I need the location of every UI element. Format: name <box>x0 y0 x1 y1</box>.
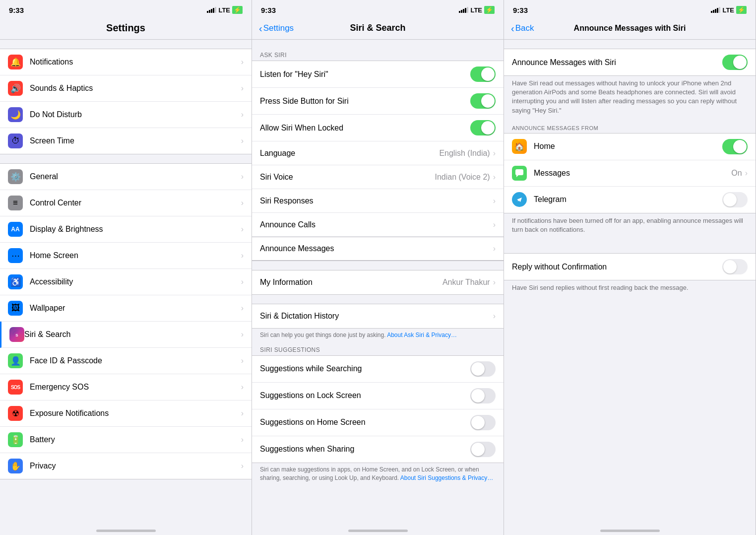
list-item[interactable]: 🖼 Wallpaper › <box>0 295 252 322</box>
bottom-gap-2 <box>252 486 504 504</box>
heysiri-toggle[interactable] <box>470 67 496 82</box>
list-item[interactable]: Suggestions on Lock Screen <box>252 383 504 409</box>
status-bar-2: 9:33 LTE ⚡ <box>252 0 504 18</box>
suggestions-sharing-toggle[interactable] <box>470 442 496 457</box>
sirivoice-label: Siri Voice <box>260 173 435 182</box>
list-item[interactable]: ☢ Exposure Notifications › <box>0 401 252 427</box>
announce-messages-main-label: Announce Messages with Siri <box>512 58 722 67</box>
list-item[interactable]: Suggestions while Searching <box>252 356 504 383</box>
homescreen-icon: ⋯ <box>8 248 23 263</box>
list-item[interactable]: Suggestions on Home Screen <box>252 409 504 436</box>
home-bar-2 <box>348 530 408 532</box>
list-item[interactable]: Language English (India) › <box>252 141 504 165</box>
list-item[interactable]: AA Display & Brightness › <box>0 216 252 243</box>
status-bar-1: 9:33 LTE ⚡ <box>0 0 252 18</box>
suggestions-lockscreen-label: Suggestions on Lock Screen <box>260 391 470 400</box>
about-siri-link[interactable]: About Ask Siri & Privacy… <box>387 332 457 338</box>
sirisearch-row[interactable]: S Siri & Search › <box>0 322 252 348</box>
bottom-gap-3 <box>504 297 756 315</box>
siri-icon: S <box>9 327 24 342</box>
privacy-label: Privacy <box>30 462 240 470</box>
list-item[interactable]: Messages On › <box>504 160 756 187</box>
language-label: Language <box>260 149 439 158</box>
home-toggle[interactable] <box>722 139 748 154</box>
signal-bars-3 <box>711 7 720 13</box>
list-item[interactable]: SOS Emergency SOS › <box>0 374 252 401</box>
list-item[interactable]: My Information Ankur Thakur › <box>252 270 504 294</box>
list-item[interactable]: Siri Voice Indian (Voice 2) › <box>252 165 504 189</box>
list-item[interactable]: Press Side Button for Siri <box>252 88 504 115</box>
back-label-2[interactable]: Settings <box>263 23 294 33</box>
gap-mid1-2 <box>252 261 504 270</box>
list-item[interactable]: 👤 Face ID & Passcode › <box>0 348 252 374</box>
settings-list-3[interactable]: Announce Messages with Siri Have Siri re… <box>504 40 756 520</box>
list-item[interactable]: ⏱ Screen Time › <box>0 128 252 154</box>
list-item[interactable]: Listen for "Hey Siri" <box>252 61 504 88</box>
chevron-icon: › <box>493 244 496 253</box>
home-app-label: Home <box>534 142 722 151</box>
list-item[interactable]: 🔋 Battery › <box>0 427 252 453</box>
announce-messages-main-row[interactable]: Announce Messages with Siri <box>504 49 756 75</box>
bar3 <box>463 9 464 13</box>
bottom-gap-1 <box>0 479 252 497</box>
sounds-icon: 🔊 <box>8 81 23 96</box>
whenlocked-toggle[interactable] <box>470 120 496 135</box>
list-item[interactable]: 🔔 Notifications › <box>0 49 252 75</box>
about-suggestions-link[interactable]: About Siri Suggestions & Privacy… <box>400 474 493 481</box>
reply-without-confirmation-toggle[interactable] <box>722 259 748 274</box>
bar1 <box>459 11 460 13</box>
bar1 <box>711 11 712 13</box>
list-item[interactable]: ✋ Privacy › <box>0 453 252 479</box>
list-item[interactable]: ⋯ Home Screen › <box>0 243 252 269</box>
announce-messages-panel: 9:33 LTE ⚡ ‹ Back Announce Messages with… <box>504 0 756 535</box>
list-item[interactable]: Allow Siri When Locked <box>252 115 504 141</box>
settings-panel: 9:33 LTE ⚡ Settings 🔔 Notifications <box>0 0 252 535</box>
list-item[interactable]: 🏠 Home <box>504 134 756 160</box>
messages-app-icon <box>512 166 527 181</box>
list-item[interactable]: ≡ Control Center › <box>0 190 252 216</box>
list-item[interactable]: Announce Calls › <box>252 213 504 237</box>
battery-icon-3: ⚡ <box>736 6 747 14</box>
gap-2 <box>0 154 252 163</box>
sounds-label: Sounds & Haptics <box>30 84 240 93</box>
notify-note: If notifications have been turned off fo… <box>504 213 756 239</box>
page-title-1: Settings <box>106 22 145 34</box>
lte-label-3: LTE <box>722 6 734 14</box>
list-item[interactable]: 🔊 Sounds & Haptics › <box>0 75 252 102</box>
chevron-icon: › <box>745 169 748 178</box>
reply-without-confirmation-label: Reply without Confirmation <box>512 263 722 271</box>
gap-mid2-2 <box>252 295 504 304</box>
wallpaper-label: Wallpaper <box>30 304 240 313</box>
chevron-icon: › <box>241 84 244 93</box>
announce-description: Have Siri read out messages without havi… <box>504 76 756 120</box>
suggestions-searching-label: Suggestions while Searching <box>260 364 470 373</box>
battery-label: Battery <box>30 435 240 444</box>
settings-list-1[interactable]: 🔔 Notifications › 🔊 Sounds & Haptics › 🌙… <box>0 40 252 520</box>
suggestions-lockscreen-toggle[interactable] <box>470 388 496 403</box>
gap-1 <box>0 40 252 49</box>
bar5 <box>467 7 468 13</box>
list-item[interactable]: Siri & Dictation History › <box>252 304 504 328</box>
controlcenter-label: Control Center <box>30 199 240 207</box>
settings-list-2[interactable]: ASK SIRI Listen for "Hey Siri" Press Sid… <box>252 40 504 520</box>
bar2 <box>209 10 210 13</box>
list-item[interactable]: 🌙 Do Not Disturb › <box>0 102 252 128</box>
list-item[interactable]: Siri Responses › <box>252 189 504 213</box>
list-item[interactable]: ⚙️ General › <box>0 164 252 190</box>
suggestions-homescreen-toggle[interactable] <box>470 415 496 430</box>
back-label-3[interactable]: Back <box>515 23 534 33</box>
list-item[interactable]: Telegram <box>504 187 756 213</box>
suggestions-searching-toggle[interactable] <box>470 361 496 377</box>
announce-messages-main-toggle[interactable] <box>722 55 748 70</box>
reply-without-confirmation-row[interactable]: Reply without Confirmation <box>504 254 756 280</box>
telegram-toggle[interactable] <box>722 192 748 207</box>
battery-icon: 🔋 <box>8 432 23 447</box>
list-item[interactable]: ♿ Accessibility › <box>0 269 252 295</box>
sidebutton-toggle[interactable] <box>470 93 496 109</box>
list-item[interactable]: Suggestions when Sharing <box>252 436 504 463</box>
back-button-3[interactable]: ‹ Back <box>511 23 534 33</box>
page-title-3: Announce Messages with Siri <box>574 24 686 33</box>
heysiri-label: Listen for "Hey Siri" <box>260 70 470 79</box>
announcemessages-row[interactable]: Announce Messages › <box>252 237 504 261</box>
back-button-2[interactable]: ‹ Settings <box>259 23 294 33</box>
